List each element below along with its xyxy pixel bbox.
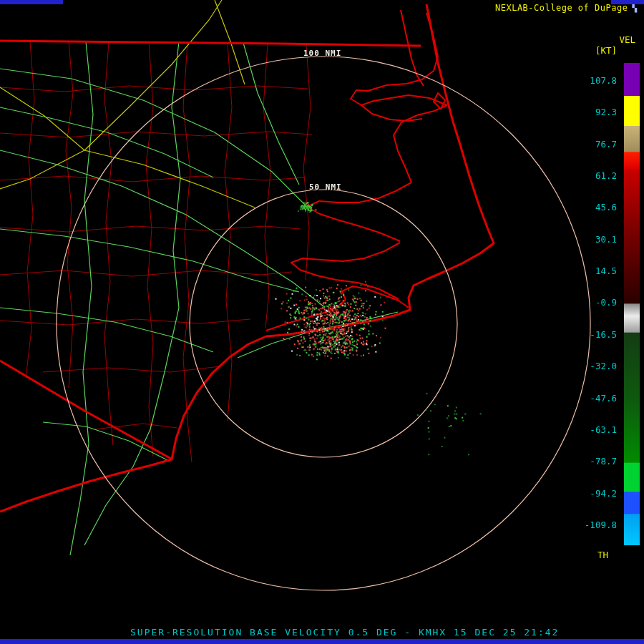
colorbar-threshold-label: TH (597, 550, 608, 560)
colorbar-gradient (624, 63, 640, 545)
colorbar-tick: -47.6 (590, 393, 617, 404)
colorbar-tick: -0.9 (595, 297, 617, 308)
product-annotation: SUPER-RESOLUTION BASE VELOCITY 0.5 DEG -… (130, 627, 559, 638)
colorbar-tick: 76.7 (595, 139, 617, 150)
colorbar-tick: -109.8 (585, 519, 617, 530)
colorbar-title: VEL (619, 34, 635, 45)
ring-label-50nmi: 50 NMI (309, 182, 342, 192)
colorbar-tick: 30.1 (595, 234, 617, 245)
colorbar-tick: 92.3 (595, 107, 617, 117)
colorbar-ticks: 107.892.376.761.245.630.114.5-0.9-16.5-3… (571, 63, 617, 545)
frame-bottom (0, 639, 644, 644)
colorbar-tick: -63.1 (590, 424, 617, 435)
colorbar-tick: 45.6 (595, 202, 617, 213)
colorbar-unit: [KT] (595, 45, 617, 56)
colorbar-tick: 61.2 (595, 170, 617, 181)
frame-top-right (611, 0, 644, 4)
velocity-echoes (0, 0, 644, 644)
frame-top-left (0, 0, 63, 4)
colorbar-tick: 14.5 (595, 265, 617, 276)
colorbar-tick: -32.0 (590, 361, 617, 371)
station-icon: ▚ (632, 4, 637, 13)
header-bar: NEXLAB-College of DuPage ▚ (495, 3, 637, 13)
colorbar-tick: -16.5 (590, 329, 617, 340)
radar-display: 100 NMI 50 NMI NEXLAB-College of DuPage … (0, 0, 644, 644)
colorbar-tick: -94.2 (590, 488, 617, 499)
ring-label-100nmi: 100 NMI (303, 49, 341, 58)
colorbar-tick: 107.8 (590, 75, 617, 86)
colorbar-tick: -78.7 (590, 456, 617, 467)
page-title: NEXLAB-College of DuPage (495, 3, 628, 13)
